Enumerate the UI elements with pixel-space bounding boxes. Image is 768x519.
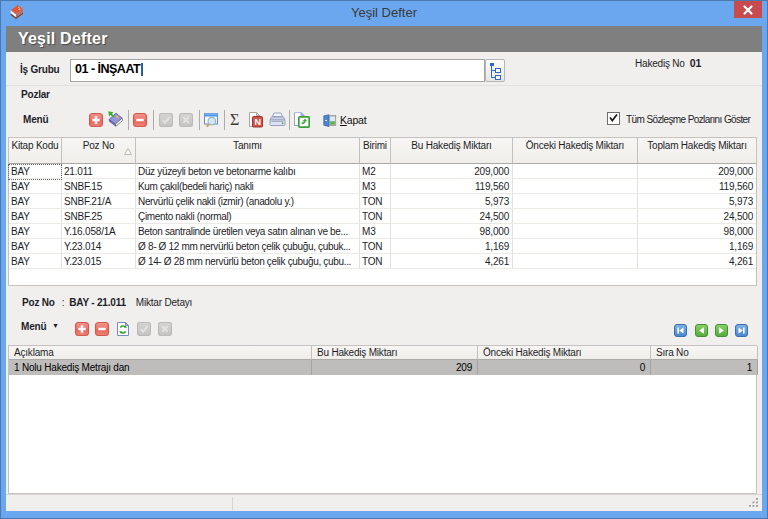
svg-text:N: N <box>254 117 260 127</box>
